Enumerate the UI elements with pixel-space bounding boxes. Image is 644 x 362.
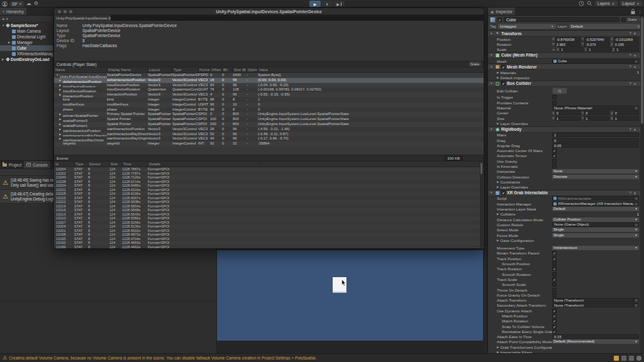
object-picker-icon[interactable]: ⊙	[633, 303, 638, 307]
dropdown[interactable]: Default▼	[552, 207, 639, 211]
scrollbar-thumb[interactable]	[480, 163, 482, 174]
dropdown[interactable]: Default (Recommended)▼	[552, 339, 639, 344]
vector-field[interactable]: 0	[614, 111, 639, 115]
help-icon[interactable]: ?	[630, 31, 631, 35]
dropdown[interactable]: Single▼	[552, 233, 639, 238]
control-row[interactable]: ▶startInteractionPosition startInteracti…	[54, 127, 484, 132]
foldout-arrow-icon[interactable]: ▼	[490, 65, 494, 69]
device-tab[interactable]: Unity.PolySpatial.InputDevices.SpatialPo…	[54, 15, 111, 21]
hierarchy-item[interactable]: Main Camera	[0, 28, 53, 34]
step-button[interactable]: ▶	[333, 1, 345, 7]
object-field[interactable]: XRInteractionManager (XR Interaction Man…	[552, 202, 639, 206]
hierarchy-item[interactable]: Cube	[0, 45, 53, 51]
vector-field[interactable]: -5.073	[584, 42, 609, 47]
events-scrollbar[interactable]	[480, 162, 483, 248]
layer-dropdown[interactable]: Default▼	[569, 24, 642, 29]
checkbox[interactable]	[552, 288, 557, 292]
control-row[interactable]: modifierKeys modifierKeys Integer Intege…	[54, 102, 484, 107]
help-icon[interactable]: ?	[630, 82, 631, 85]
control-row[interactable]: ▶interactionPosition interactionPosition…	[54, 92, 484, 97]
hierarchy-item[interactable]: ▶ DontDestroyOnLoad	[0, 57, 53, 62]
foldout-arrow-icon[interactable]: ▶	[497, 239, 499, 242]
column-header[interactable]: Offset	[210, 67, 222, 72]
component-header[interactable]: ▼▨✓Mesh Renderer?≡⋮	[488, 63, 644, 70]
checkbox[interactable]	[552, 101, 557, 105]
control-row[interactable]: ▶spatialPointer0 Spatial Pointer Spatial…	[54, 117, 484, 122]
foldout-arrow-icon[interactable]: ▶	[497, 185, 499, 189]
column-header[interactable]: Size	[109, 162, 122, 167]
presets-icon[interactable]: ≡	[634, 82, 636, 85]
column-header[interactable]: Type	[172, 67, 198, 72]
component-header[interactable]: ▼▤✓XR Grab Interactable?≡⋮	[488, 190, 644, 196]
column-header[interactable]: Details	[148, 162, 260, 167]
column-header[interactable]: Value	[258, 67, 269, 72]
hierarchy-item[interactable]: XRInteractionManager	[0, 51, 53, 57]
vector-field[interactable]: -0.1011969	[614, 37, 639, 41]
checkbox[interactable]	[552, 282, 557, 287]
object-field[interactable]: None (Transform)⊙	[552, 298, 639, 302]
column-header[interactable]: Time	[122, 162, 148, 167]
component-enabled-checkbox[interactable]: ✓	[501, 190, 506, 195]
foldout-arrow-icon[interactable]: ▶	[497, 212, 499, 216]
object-picker-icon[interactable]: ⊙	[633, 196, 638, 200]
presets-icon[interactable]: ≡	[634, 128, 636, 131]
checkbox[interactable]: ✓	[552, 309, 557, 313]
text-field[interactable]: 0.05	[552, 143, 639, 148]
column-header[interactable]: Type	[74, 162, 88, 167]
presets-icon[interactable]: ≡	[634, 31, 636, 35]
foldout-arrow-icon[interactable]: ▼	[490, 53, 494, 57]
checkbox[interactable]	[552, 164, 557, 168]
account-icon[interactable]	[2, 1, 8, 7]
dropdown[interactable]: Instantaneous▼	[552, 246, 639, 250]
checkbox[interactable]: ✓	[552, 148, 557, 153]
checkbox[interactable]	[552, 159, 557, 163]
checkbox[interactable]: ✓	[552, 314, 557, 318]
vector-field[interactable]: -0.5207649	[584, 37, 609, 41]
object-picker-icon[interactable]: ⊙	[633, 222, 638, 227]
component-header[interactable]: ▼+Transform?≡⋮	[488, 30, 644, 36]
checkbox[interactable]: ✓	[552, 251, 557, 255]
checkbox[interactable]	[552, 293, 557, 297]
vector-field[interactable]: 2.983	[555, 42, 580, 47]
foldout-arrow-icon[interactable]: ▼	[490, 82, 494, 85]
component-header[interactable]: ▼▢✓Box Collider?≡⋮	[488, 80, 644, 87]
inspector-scrollbar[interactable]	[640, 16, 644, 353]
checkbox[interactable]: ✓	[552, 319, 557, 323]
play-button[interactable]: ▶	[309, 1, 321, 7]
console-log-icon[interactable]	[614, 356, 619, 361]
maximize-window-icon[interactable]	[69, 10, 72, 13]
hierarchy-item[interactable]: ▶ Manager	[0, 40, 53, 45]
text-field[interactable]: 1	[552, 133, 639, 137]
lock-icon[interactable]	[631, 9, 635, 14]
object-picker-icon[interactable]: ⊙	[633, 202, 638, 206]
tab-project[interactable]: Project	[0, 161, 24, 168]
gameobject-name-field[interactable]: Cube	[504, 17, 619, 22]
state-button[interactable]: State	[469, 62, 481, 67]
vector-field[interactable]: 0	[584, 111, 609, 115]
static-checkbox[interactable]	[621, 18, 626, 22]
tab-inspector[interactable]: ◉Inspector	[488, 8, 515, 15]
checkbox[interactable]	[552, 272, 557, 277]
control-row[interactable]: ▼Unity.PolySpatial.InputDevices.Sp Spati…	[54, 73, 484, 78]
column-header[interactable]: Optimized	[247, 67, 258, 72]
vector-field[interactable]: 1	[555, 116, 580, 121]
event-row[interactable]: 13189 STAT 8 124 1228.4462s Format=SPOI	[54, 245, 484, 250]
vector-field[interactable]: -0.8760038	[555, 37, 580, 41]
foldout-arrow-icon[interactable]: ▼	[490, 191, 494, 194]
dropdown[interactable]: Collider Position▼	[552, 217, 639, 222]
column-header[interactable]: Name	[54, 67, 107, 72]
vector-field[interactable]: 1	[584, 116, 609, 121]
checkbox[interactable]: ✓	[552, 329, 557, 334]
checkbox[interactable]: ✓	[552, 153, 557, 158]
dropdown[interactable]: Discrete▼	[552, 175, 639, 179]
vector-field[interactable]: 1	[587, 47, 611, 52]
status-message[interactable]: Creating default Volume Camera, because …	[9, 356, 316, 360]
add-gameobject-button[interactable]: +	[2, 16, 5, 22]
control-row[interactable]: ▶spatialPointer1 Spatial Pointer Spatial…	[54, 122, 484, 127]
hierarchy-item[interactable]: Directional Light	[0, 34, 53, 40]
help-icon[interactable]: ?	[630, 53, 631, 57]
object-field[interactable]: XRGrabInteractable⊙	[552, 196, 639, 200]
foldout-arrow-icon[interactable]: ▶	[497, 76, 499, 79]
checkbox[interactable]	[552, 261, 557, 266]
game-render-area[interactable]	[217, 250, 483, 341]
